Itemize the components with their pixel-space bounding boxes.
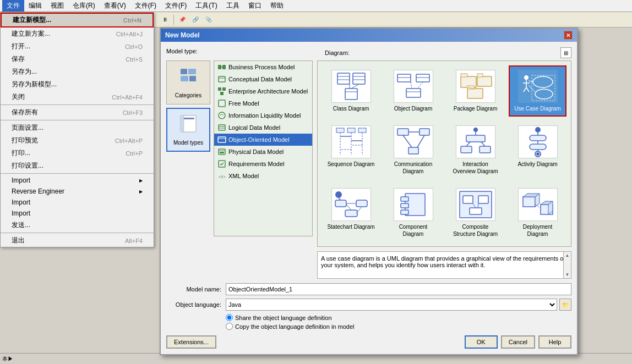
scroll-up-arrow[interactable]: ▲ [565,253,570,258]
svg-rect-25 [220,152,224,153]
radio-copy[interactable]: Copy the object language definition in m… [226,323,571,330]
diagram-statechart-name: Statechart Diagram [327,223,374,230]
menu-save[interactable]: 保存 Ctrl+S [1,53,154,65]
model-name-input[interactable] [226,283,571,295]
object-language-select[interactable]: Java C++ C# [226,299,557,311]
diagram-usecase-thumb [518,70,558,103]
menu-send[interactable]: 发送... [1,219,154,231]
menu-exit[interactable]: 退出 Alt+F4 [1,234,154,247]
browse-button[interactable]: 📁 [559,299,571,311]
svg-rect-95 [335,200,346,207]
toolbar-btn11[interactable]: 📌 [176,14,188,26]
toolbar-btn13[interactable]: 📎 [203,14,215,26]
svg-rect-105 [401,210,408,214]
menu-close[interactable]: 关闭 Ctrl+Alt+F4 [1,91,154,103]
svg-line-61 [529,81,533,82]
diagram-activity[interactable]: Activity Diagram [509,121,566,179]
description-scrollbar[interactable]: ▲ ▼ [563,252,571,278]
diagram-composite-structure[interactable]: Composite Structure Diagram [446,184,504,242]
model-type-business-process[interactable]: Business Process Model [214,61,312,73]
model-types-icon [178,114,198,137]
model-type-physical-data[interactable]: Physical Data Model [214,146,312,158]
diagram-communication[interactable]: Communication Diagram [384,121,442,179]
diagram-package[interactable]: Package Diagram [446,65,504,117]
svg-rect-104 [401,203,408,208]
help-button[interactable]: Help [538,335,571,349]
diagram-activity-thumb [518,125,558,158]
menu-saveas[interactable]: 另存为... [1,65,154,78]
menu-page-setup[interactable]: 页面设置... [1,122,154,134]
model-types-box[interactable]: Model types [166,108,210,152]
model-type-logical-data[interactable]: Logical Data Model [214,122,312,134]
svg-rect-63 [336,128,344,133]
svg-rect-31 [353,73,365,84]
toolbar-btn10[interactable]: ⏸ [159,14,171,26]
model-type-info-liquidity[interactable]: Information Liquidity Model [214,109,312,122]
extensions-button[interactable]: Extensions... [166,335,216,349]
svg-rect-97 [345,210,357,217]
diagram-sequence[interactable]: Sequence Diagram [322,121,380,179]
ok-button[interactable]: OK [465,335,498,349]
model-name-label: Model name: [166,286,221,293]
svg-rect-65 [358,128,366,133]
radio-share-input[interactable] [226,314,233,321]
dialog-body: Model type: Diagram: ⊞ [161,42,577,354]
dialog-main-area: Categories [166,60,571,279]
model-type-xml[interactable]: <X> XML Model [214,170,312,182]
menu-new-model[interactable]: 建立新模型... Ctrl+N [1,13,154,27]
menu-open[interactable]: 打开... Ctrl+O [1,40,154,53]
menu-new-solution[interactable]: 建立新方案... Ctrl+Alt+J [1,27,154,40]
view-toggle-button[interactable]: ⊞ [560,47,571,58]
menu-saveall[interactable]: 保存所有 Ctrl+F3 [1,106,154,119]
menu-file2[interactable]: 文件(F) [130,0,161,12]
menu-import3[interactable]: Import [1,208,154,219]
menu-saveas-new[interactable]: 另存为新模型... [1,78,154,91]
menu-print-preview[interactable]: 打印预览 Ctrl+Alt+P [1,134,154,147]
menu-print-settings[interactable]: 打印设置... [1,159,154,172]
diagram-interaction-overview[interactable]: Interaction Overview Diagram [446,121,504,179]
menu-file3[interactable]: 文件(F) [161,0,191,12]
diagram-class[interactable]: Class Diagram [322,65,380,117]
scroll-down-arrow[interactable]: ▼ [565,272,570,277]
menu-print[interactable]: 打印... Ctrl+P [1,147,154,159]
model-type-conceptual-data[interactable]: Conceptual Data Model [214,73,312,85]
radio-share[interactable]: Share the object language definition [226,314,571,321]
menu-help[interactable]: 帮助 [266,0,288,12]
svg-rect-50 [467,89,483,98]
model-type-free[interactable]: Free Model [214,97,312,109]
diagram-deployment[interactable]: Deployment Diagram [509,184,566,242]
menu-window[interactable]: 窗口 [244,0,266,12]
diagram-composite-structure-thumb [456,188,495,221]
categories-box[interactable]: Categories [166,60,210,104]
model-type-requirements[interactable]: Requirements Model [214,158,312,170]
menu-view2[interactable]: 查看(V) [100,0,130,12]
dialog-titlebar: New Model ✕ [161,29,577,42]
form-area: Model name: Object language: Java C++ C#… [166,283,571,330]
model-type-object-oriented[interactable]: Object-Oriented Model [214,134,312,146]
menu-repo[interactable]: 仓库(R) [68,0,100,12]
diagram-grid: Class Diagram [317,60,571,247]
diagram-component[interactable]: Component Diagram [384,184,442,242]
menu-reverse-engineer[interactable]: Reverse Engineer [1,186,154,197]
diagram-usecase[interactable]: Use Case Diagram [509,65,566,117]
menu-edit[interactable]: 编辑 [24,0,46,12]
menu-import1[interactable]: Import [1,175,154,186]
diagram-statechart[interactable]: Statechart Diagram [322,184,380,242]
cancel-button[interactable]: Cancel [501,335,535,349]
menu-file[interactable]: 文件 [2,0,24,12]
file-dropdown-menu: 建立新模型... Ctrl+N 建立新方案... Ctrl+Alt+J 打开..… [0,12,154,247]
dialog-close-button[interactable]: ✕ [564,31,573,40]
diagram-component-thumb [394,188,433,221]
model-type-enterprise-arch[interactable]: Enterprise Architecture Model [214,85,312,97]
svg-line-57 [526,87,529,92]
menu-import2[interactable]: Import [1,197,154,208]
radio-copy-input[interactable] [226,323,233,330]
diagram-object[interactable]: Object Diagram [384,65,442,117]
model-types-label: Model types [173,140,203,146]
svg-rect-48 [477,76,492,86]
menu-tools[interactable]: 工具(T) [191,0,221,12]
menu-tools2[interactable]: 工具 [222,0,244,12]
svg-rect-1 [188,69,196,74]
menu-view[interactable]: 视图 [46,0,68,12]
toolbar-btn12[interactable]: 🔗 [189,14,201,26]
